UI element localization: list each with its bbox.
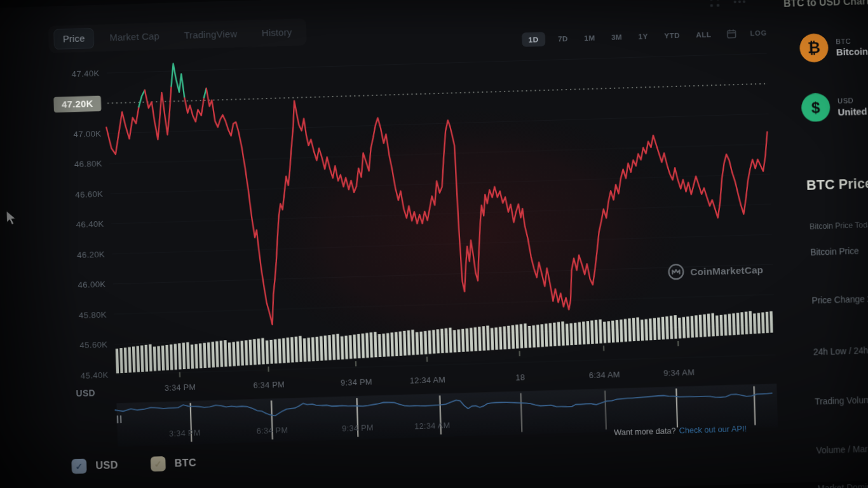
stat-row: 24h Low / 24h High	[813, 345, 868, 357]
coinmarketcap-chart-page: ••• PriceMarket CapTradingViewHistory 1D…	[0, 0, 868, 488]
watermark-text: CoinMarketCap	[690, 264, 763, 277]
x-tick-label: 9:34 PM	[341, 377, 372, 388]
navigator-tick-label: 6:34 PM	[256, 426, 288, 436]
stat-row: Market Dominance	[817, 482, 868, 488]
y-tick-label: 46.40K	[57, 219, 104, 229]
x-tick-label: 12:34 AM	[410, 376, 446, 386]
more-options-icon[interactable]: •••	[733, 0, 747, 7]
x-tick-label: 18	[515, 373, 525, 383]
coin-text: BTCBitcoin	[836, 36, 868, 57]
watermark: CoinMarketCap	[667, 261, 763, 280]
coin-row-btc[interactable]: ₿BTCBitcoin	[799, 32, 868, 62]
legend-label: USD	[95, 459, 118, 471]
x-tick-label: 6:34 PM	[253, 380, 285, 390]
y-tick-label: 46.80K	[55, 158, 102, 169]
navigator-tick-label: 3:34 PM	[169, 429, 201, 439]
mouse-cursor	[6, 210, 19, 227]
range-ytd[interactable]: YTD	[661, 28, 684, 43]
range-1d[interactable]: 1D	[522, 32, 545, 47]
navigator-tick-label: 12:34 AM	[414, 421, 451, 431]
coin-row-usd[interactable]: $USDUnited States Dollar	[801, 90, 868, 123]
sidebar-section-label: Bitcoin Price Today	[810, 220, 868, 231]
coin-name: Bitcoin	[836, 46, 868, 57]
legend-label: BTC	[174, 457, 196, 469]
usd-checkbox[interactable]: ✓	[71, 459, 86, 474]
y-axis-unit-label: USD	[62, 388, 109, 398]
coin-name: United States Dollar	[837, 104, 868, 117]
y-tick-label: 46.00K	[59, 279, 106, 290]
price-chart[interactable]	[0, 0, 868, 488]
range-1m[interactable]: 1M	[581, 30, 599, 45]
x-tick-label: 3:34 PM	[165, 383, 196, 393]
range-7d[interactable]: 7D	[555, 31, 572, 46]
tab-market-cap[interactable]: Market Cap	[100, 25, 169, 48]
navigator-tick-label: 9:34 PM	[342, 423, 374, 433]
stat-row: Trading Volume 24h	[815, 395, 868, 407]
cta-text: Want more data?	[614, 426, 676, 437]
photo-frame: ••• PriceMarket CapTradingViewHistory 1D…	[0, 0, 868, 488]
usd-coin-icon: $	[801, 93, 831, 122]
btc-checkbox[interactable]: ✓	[150, 456, 165, 471]
legend-item-usd[interactable]: ✓USD	[71, 458, 118, 474]
stat-row: Volume / Market Cap	[816, 444, 868, 456]
coin-symbol: USD	[837, 94, 868, 104]
legend-item-btc[interactable]: ✓BTC	[150, 456, 196, 472]
y-tick-label: 47.40K	[53, 68, 100, 79]
corner-icons: •••	[710, 0, 747, 8]
range-all[interactable]: ALL	[693, 27, 715, 41]
y-tick-label: 45.80K	[60, 309, 107, 320]
tab-history[interactable]: History	[252, 22, 301, 44]
range-3m[interactable]: 3M	[608, 29, 626, 44]
log-scale-toggle[interactable]: LOG	[750, 29, 767, 37]
y-tick-label: 46.60K	[57, 189, 104, 200]
x-tick-label: 9:34 AM	[663, 368, 695, 378]
btc-coin-icon: ₿	[799, 33, 829, 62]
range-1y[interactable]: 1Y	[635, 29, 651, 43]
y-tick-label: 46.20K	[58, 249, 105, 260]
stat-row: Price Change 24h	[811, 294, 868, 306]
grid-apps-icon[interactable]	[710, 0, 719, 7]
calendar-icon[interactable]	[727, 29, 737, 39]
current-price-tag: 47.20K	[53, 96, 101, 113]
stat-row: Bitcoin Price	[810, 247, 859, 258]
coinmarketcap-logo-icon	[667, 263, 684, 280]
y-tick-label: 45.40K	[62, 369, 109, 380]
y-tick-label: 47.00K	[55, 128, 102, 139]
tab-tradingview[interactable]: TradingView	[175, 24, 247, 46]
y-tick-label: 45.60K	[61, 339, 108, 350]
x-tick-label: 6:34 AM	[589, 370, 620, 380]
coin-text: USDUnited States Dollar	[837, 94, 868, 117]
tab-price[interactable]: Price	[53, 28, 94, 50]
coin-symbol: BTC	[836, 36, 867, 45]
